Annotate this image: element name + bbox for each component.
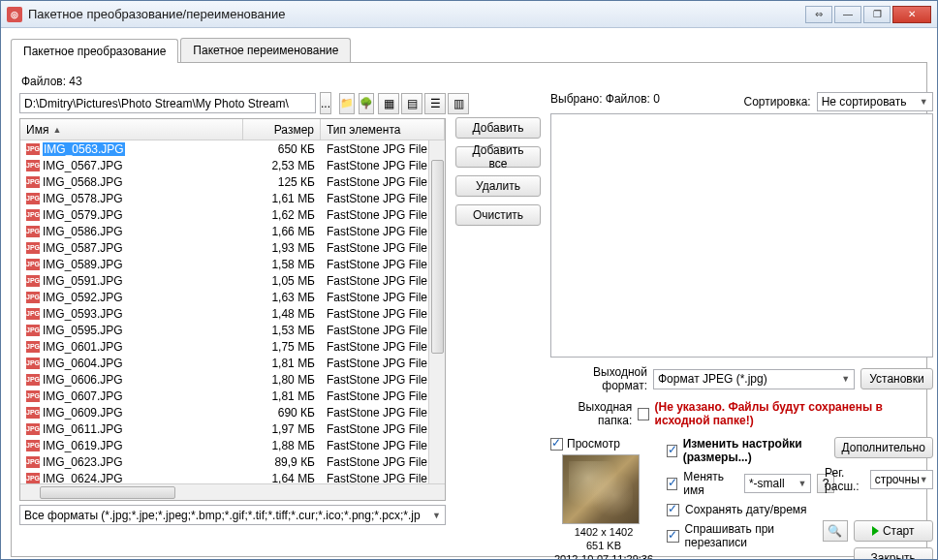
minimize-button[interactable]: — xyxy=(834,6,861,23)
jpg-file-icon: JPG xyxy=(26,226,40,237)
jpg-file-icon: JPG xyxy=(26,292,40,303)
table-row[interactable]: JPGIMG_0595.JPG1,53 МБFastStone JPG File xyxy=(20,322,445,338)
column-name[interactable]: Имя▲ xyxy=(20,119,243,140)
preview-label: Просмотр xyxy=(567,437,620,451)
table-row[interactable]: JPGIMG_0601.JPG1,75 МБFastStone JPG File xyxy=(20,338,445,355)
output-format-select[interactable]: Формат JPEG (*.jpg)▼ xyxy=(653,369,855,389)
jpg-file-icon: JPG xyxy=(26,176,40,188)
tab-batch-rename[interactable]: Пакетное переименование xyxy=(180,38,351,62)
ask-overwrite-label: Спрашивать при перезаписи xyxy=(685,522,834,549)
table-row[interactable]: JPGIMG_0563.JPG650 КБFastStone JPG File xyxy=(20,140,445,157)
table-row[interactable]: JPGIMG_0589.JPG1,58 МБFastStone JPG File xyxy=(20,256,445,272)
selected-count-label: Выбрано: Файлов: 0 xyxy=(550,92,660,111)
titlebar-extra-button[interactable]: ⇔ xyxy=(805,6,832,23)
table-row[interactable]: JPGIMG_0587.JPG1,93 МБFastStone JPG File xyxy=(20,239,445,256)
rename-checkbox[interactable] xyxy=(667,478,677,490)
zoom-preview-button[interactable]: 🔍 xyxy=(823,520,848,542)
view-large-icons[interactable]: ▦ xyxy=(378,93,399,114)
magnifier-icon: 🔍 xyxy=(828,524,842,538)
table-row[interactable]: JPGIMG_0593.JPG1,48 МБFastStone JPG File xyxy=(20,305,445,322)
path-input[interactable] xyxy=(19,93,316,113)
jpg-file-icon: JPG xyxy=(26,160,40,171)
table-row[interactable]: JPGIMG_0567.JPG2,53 МБFastStone JPG File xyxy=(20,157,445,173)
close-dialog-button[interactable]: Закрыть xyxy=(854,547,933,560)
preview-dimensions: 1402 x 1402 xyxy=(550,526,657,540)
jpg-file-icon: JPG xyxy=(26,473,40,484)
jpg-file-icon: JPG xyxy=(26,242,40,254)
start-button[interactable]: Старт xyxy=(854,520,933,542)
output-folder-checkbox[interactable] xyxy=(638,408,648,420)
table-row[interactable]: JPGIMG_0579.JPG1,62 МБFastStone JPG File xyxy=(20,206,445,223)
table-row[interactable]: JPGIMG_0611.JPG1,97 МБFastStone JPG File xyxy=(20,420,445,437)
folder-tree-icon[interactable]: 🌳 xyxy=(359,93,374,114)
table-row[interactable]: JPGIMG_0619.JPG1,88 МБFastStone JPG File xyxy=(20,437,445,453)
advanced-button[interactable]: Дополнительно xyxy=(834,437,933,458)
play-icon xyxy=(872,526,879,536)
rename-pattern-select[interactable]: *-small▼ xyxy=(744,474,812,493)
remove-button[interactable]: Удалить xyxy=(455,175,541,197)
jpg-file-icon: JPG xyxy=(26,193,40,204)
preview-checkbox[interactable] xyxy=(550,438,563,451)
maximize-button[interactable]: ❐ xyxy=(863,6,891,23)
preview-filesize: 651 KB xyxy=(550,540,657,553)
add-all-button[interactable]: Добавить все xyxy=(455,146,541,168)
jpg-file-icon: JPG xyxy=(26,423,40,435)
format-settings-button[interactable]: Установки xyxy=(860,368,932,389)
jpg-file-icon: JPG xyxy=(26,341,40,353)
tab-batch-convert[interactable]: Пакетное преобразование xyxy=(11,39,178,63)
output-format-label: Выходной формат: xyxy=(550,365,647,392)
jpg-file-icon: JPG xyxy=(26,456,40,468)
jpg-file-icon: JPG xyxy=(26,209,40,221)
table-row[interactable]: JPGIMG_0624.JPG1,64 МБFastStone JPG File xyxy=(20,470,445,484)
format-filter-select[interactable]: Все форматы (*.jpg;*.jpe;*.jpeg;*.bmp;*.… xyxy=(19,505,446,525)
jpg-file-icon: JPG xyxy=(26,374,40,386)
output-folder-label: Выходная папка: xyxy=(550,400,632,427)
horizontal-scrollbar[interactable] xyxy=(20,483,445,500)
table-row[interactable]: JPGIMG_0606.JPG1,80 МБFastStone JPG File xyxy=(20,371,445,388)
table-row[interactable]: JPGIMG_0568.JPG125 КБFastStone JPG File xyxy=(20,173,445,190)
ext-case-select[interactable]: строчны▼ xyxy=(870,470,933,489)
output-folder-warning: (Не указано. Файлы будут сохранены в исх… xyxy=(655,400,933,427)
resize-label: Изменить настройки (размеры...) xyxy=(683,437,834,464)
table-row[interactable]: JPGIMG_0592.JPG1,63 МБFastStone JPG File xyxy=(20,289,445,305)
clear-button[interactable]: Очистить xyxy=(455,204,541,226)
table-row[interactable]: JPGIMG_0578.JPG1,61 МБFastStone JPG File xyxy=(20,190,445,206)
source-file-list[interactable]: Имя▲ Размер Тип элемента JPGIMG_0563.JPG… xyxy=(19,118,446,501)
table-row[interactable]: JPGIMG_0586.JPG1,66 МБFastStone JPG File xyxy=(20,223,445,239)
sort-asc-icon: ▲ xyxy=(52,125,61,135)
jpg-file-icon: JPG xyxy=(26,358,40,369)
column-size[interactable]: Размер xyxy=(243,119,321,140)
keep-date-label: Сохранять дату/время xyxy=(685,503,807,516)
keep-date-checkbox[interactable] xyxy=(667,504,679,516)
table-row[interactable]: JPGIMG_0623.JPG89,9 КБFastStone JPG File xyxy=(20,453,445,470)
sort-label: Сортировка: xyxy=(743,95,810,109)
jpg-file-icon: JPG xyxy=(26,390,40,402)
add-button[interactable]: Добавить xyxy=(455,117,541,139)
column-type[interactable]: Тип элемента xyxy=(321,119,445,140)
view-small-icons[interactable]: ▤ xyxy=(401,93,422,114)
view-list[interactable]: ☰ xyxy=(424,93,446,114)
close-button[interactable]: ✕ xyxy=(892,6,931,23)
folder-up-icon[interactable]: 📁 xyxy=(339,93,355,114)
destination-file-list[interactable] xyxy=(550,113,933,358)
table-row[interactable]: JPGIMG_0604.JPG1,81 МБFastStone JPG File xyxy=(20,355,445,371)
sort-select[interactable]: Не сортировать▼ xyxy=(817,92,933,111)
jpg-file-icon: JPG xyxy=(26,440,40,451)
jpg-file-icon: JPG xyxy=(26,308,40,320)
jpg-file-icon: JPG xyxy=(26,259,40,270)
ext-case-label: Рег. расш.: xyxy=(825,466,866,493)
ask-overwrite-checkbox[interactable] xyxy=(667,530,679,543)
jpg-file-icon: JPG xyxy=(26,143,40,155)
file-count-label: Файлов: 43 xyxy=(21,75,919,88)
table-row[interactable]: JPGIMG_0607.JPG1,81 МБFastStone JPG File xyxy=(20,388,445,404)
table-row[interactable]: JPGIMG_0609.JPG690 КБFastStone JPG File xyxy=(20,404,445,420)
browse-button[interactable]: ... xyxy=(320,92,331,114)
rename-label: Менять имя xyxy=(683,470,738,497)
resize-checkbox[interactable] xyxy=(667,445,677,457)
jpg-file-icon: JPG xyxy=(26,275,40,287)
preview-image xyxy=(562,454,640,524)
jpg-file-icon: JPG xyxy=(26,407,40,419)
table-row[interactable]: JPGIMG_0591.JPG1,05 МБFastStone JPG File xyxy=(20,272,445,289)
vertical-scrollbar[interactable] xyxy=(428,140,445,483)
app-icon: ◎ xyxy=(7,7,22,22)
